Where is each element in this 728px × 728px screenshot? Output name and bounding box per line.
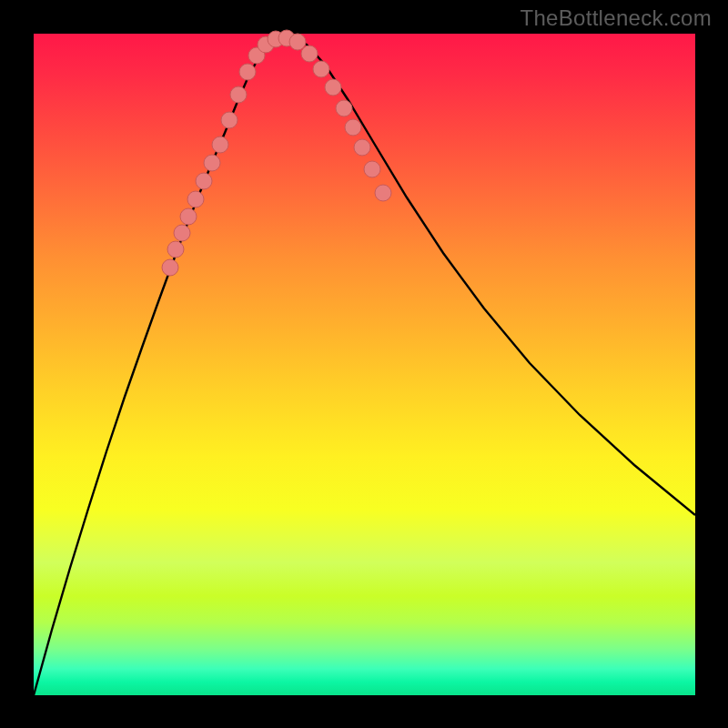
highlight-dot <box>239 64 256 80</box>
highlight-dot <box>364 161 380 177</box>
highlight-dot <box>162 259 178 276</box>
highlight-dot <box>375 185 391 201</box>
highlight-dot <box>221 112 238 128</box>
highlight-dot <box>204 155 220 171</box>
highlight-dot <box>167 241 184 258</box>
highlight-dot <box>174 225 190 241</box>
bottleneck-curve <box>34 37 695 695</box>
highlight-dot <box>180 208 197 225</box>
highlight-dots <box>162 30 391 276</box>
highlight-dot <box>354 139 370 156</box>
highlight-dot <box>301 46 318 62</box>
highlight-dot <box>336 100 352 116</box>
highlight-dot <box>196 173 212 189</box>
watermark-text: TheBottleneck.com <box>520 5 712 31</box>
highlight-dot <box>230 86 247 103</box>
highlight-dot <box>187 191 204 207</box>
highlight-dot <box>212 136 228 153</box>
highlight-dot <box>313 61 329 77</box>
chart-frame: TheBottleneck.com <box>0 0 728 728</box>
highlight-dot <box>345 119 361 136</box>
curve-layer <box>34 34 695 695</box>
highlight-dot <box>325 79 341 96</box>
